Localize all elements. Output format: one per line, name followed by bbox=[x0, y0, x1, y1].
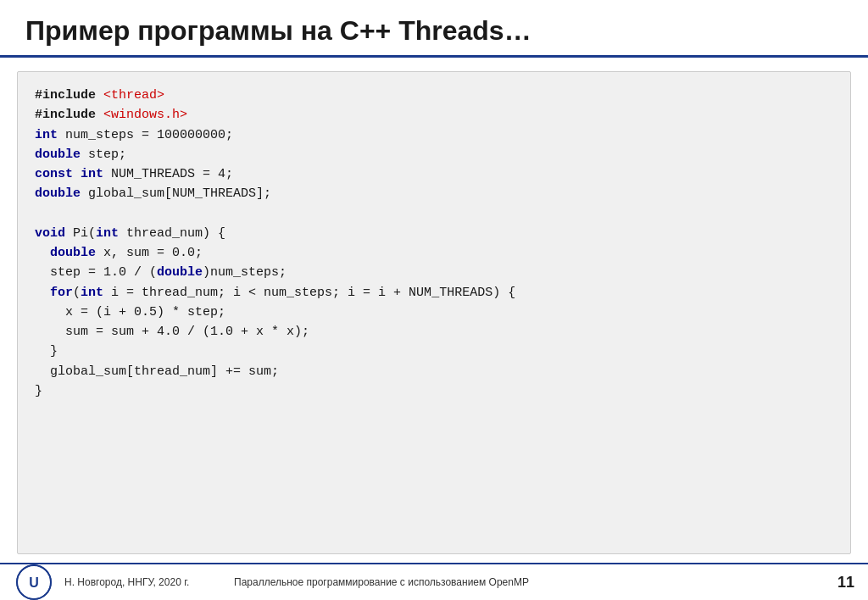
code-line-9: step = 1.0 / (double)num_steps; bbox=[35, 263, 833, 282]
code-line-11: x = (i + 0.5) * step; bbox=[35, 303, 833, 322]
logo-icon: U bbox=[15, 564, 53, 600]
code-line-3: int num_steps = 100000000; bbox=[35, 125, 833, 145]
code-line-7: void Pi(int thread_num) { bbox=[35, 224, 833, 243]
header: Пример программы на С++ Threads… bbox=[0, 0, 868, 58]
code-line-15: } bbox=[35, 381, 833, 401]
code-line-6: double global_sum[NUM_THREADS]; bbox=[35, 184, 833, 203]
code-line-1: #include <thread> bbox=[35, 86, 833, 105]
code-line-10: for(int i = thread_num; i < num_steps; i… bbox=[35, 283, 833, 303]
code-line-14: global_sum[thread_num] += sum; bbox=[35, 362, 833, 381]
footer-city-label: Н. Новгород, ННГУ, 2020 г. bbox=[64, 576, 200, 588]
page-title: Пример программы на С++ Threads… bbox=[25, 15, 843, 47]
main-content: #include <thread> #include <windows.h> i… bbox=[0, 58, 868, 563]
code-block: #include <thread> #include <windows.h> i… bbox=[17, 71, 851, 554]
code-line-8: double x, sum = 0.0; bbox=[35, 243, 833, 263]
code-line-5: const int NUM_THREADS = 4; bbox=[35, 164, 833, 184]
code-line-12: sum = sum + 4.0 / (1.0 + x * x); bbox=[35, 322, 833, 342]
svg-text:U: U bbox=[29, 575, 39, 590]
code-empty-1 bbox=[35, 204, 833, 224]
code-line-4: double step; bbox=[35, 145, 833, 164]
footer-subtitle-label: Параллельное программирование с использо… bbox=[234, 576, 829, 588]
footer-page-number: 11 bbox=[829, 574, 854, 592]
code-line-2: #include <windows.h> bbox=[35, 105, 833, 125]
university-logo: U bbox=[14, 564, 54, 600]
footer: U Н. Новгород, ННГУ, 2020 г. Параллельно… bbox=[0, 563, 868, 600]
code-line-13: } bbox=[35, 342, 833, 361]
